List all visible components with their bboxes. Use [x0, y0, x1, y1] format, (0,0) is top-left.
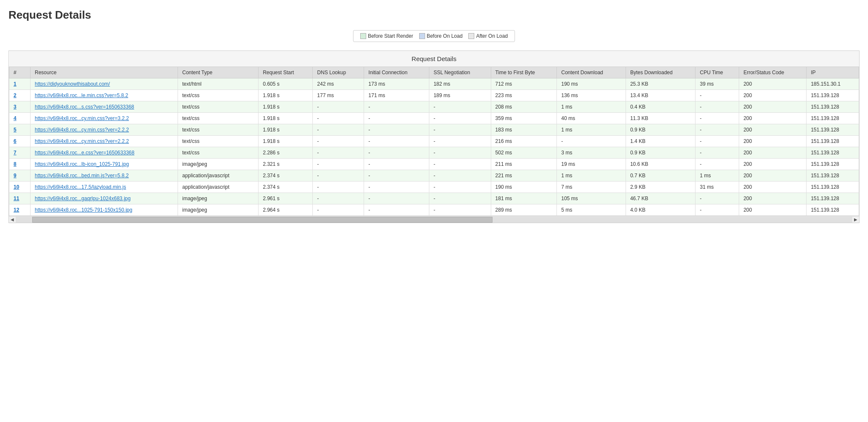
resource-link[interactable]: https://v6i9i4x8.roc...gaqrlpu-1024x683.…: [31, 193, 178, 204]
col-header-cpu-time: CPU Time: [696, 67, 739, 78]
row-num[interactable]: 3: [9, 101, 31, 113]
cell-cpu-time: 39 ms: [696, 78, 739, 90]
cell-cpu-time: 1 ms: [696, 170, 739, 182]
cell-error-status-code: 200: [739, 124, 807, 136]
resource-link[interactable]: https://v6i9i4x8.roc...s.css?ver=1650633…: [31, 101, 178, 113]
cell-bytes-downloaded: 11.3 KB: [626, 113, 695, 124]
table-row: 3https://v6i9i4x8.roc...s.css?ver=165063…: [9, 101, 859, 113]
cell-ip: 185.151.30.1: [807, 78, 859, 90]
cell-cpu-time: -: [696, 136, 739, 147]
cell-ip: 151.139.128: [807, 124, 859, 136]
cell-dns-lookup: -: [313, 147, 364, 159]
resource-link[interactable]: https://v6i9i4x8.roc...cy.min.css?ver=3.…: [31, 113, 178, 124]
cell-initial-connection: -: [364, 147, 429, 159]
cell-content-type: text/css: [178, 124, 258, 136]
table-section-header: Request Details: [9, 51, 859, 67]
row-num[interactable]: 11: [9, 193, 31, 204]
cell-ip: 151.139.128: [807, 147, 859, 159]
cell-request-start: 1.918 s: [259, 136, 313, 147]
cell-ssl-negotiation: 189 ms: [429, 90, 491, 101]
cell-bytes-downloaded: 10.6 KB: [626, 159, 695, 170]
cell-request-start: 2.374 s: [259, 182, 313, 193]
table-row: 9https://v6i9i4x8.roc...bed.min.js?ver=5…: [9, 170, 859, 182]
cell-request-start: 1.918 s: [259, 124, 313, 136]
cell-initial-connection: -: [364, 101, 429, 113]
cell-bytes-downloaded: 0.9 KB: [626, 124, 695, 136]
row-num[interactable]: 4: [9, 113, 31, 124]
cell-error-status-code: 200: [739, 90, 807, 101]
resource-link[interactable]: https://v6i9i4x8.roc...bed.min.js?ver=5.…: [31, 170, 178, 182]
table-row: 7https://v6i9i4x8.roc...e.css?ver=165063…: [9, 147, 859, 159]
scrollbar-thumb[interactable]: [32, 217, 492, 223]
cell-dns-lookup: 177 ms: [313, 90, 364, 101]
row-num[interactable]: 5: [9, 124, 31, 136]
cell-dns-lookup: -: [313, 182, 364, 193]
cell-ssl-negotiation: -: [429, 204, 491, 216]
cell-initial-connection: -: [364, 159, 429, 170]
cell-content-type: image/jpeg: [178, 204, 258, 216]
col-header-content-type: Content Type: [178, 67, 258, 78]
row-num[interactable]: 6: [9, 136, 31, 147]
resource-link[interactable]: https://v6i9i4x8.roc...lb-icon_1025-791.…: [31, 159, 178, 170]
cell-error-status-code: 200: [739, 136, 807, 147]
cell-ip: 151.139.128: [807, 204, 859, 216]
resource-link[interactable]: https://v6i9i4x8.roc...e.css?ver=1650633…: [31, 147, 178, 159]
cell-dns-lookup: -: [313, 159, 364, 170]
col-header-resource: Resource: [31, 67, 178, 78]
col-header-dns-lookup: DNS Lookup: [313, 67, 364, 78]
cell-time-to-first-byte: 289 ms: [491, 204, 557, 216]
resource-link[interactable]: https://v6i9i4x8.roc...cy.min.css?ver=2.…: [31, 136, 178, 147]
cell-content-download: -: [557, 136, 626, 147]
cell-ssl-negotiation: -: [429, 193, 491, 204]
cell-content-type: text/css: [178, 90, 258, 101]
cell-time-to-first-byte: 712 ms: [491, 78, 557, 90]
cell-ssl-negotiation: -: [429, 170, 491, 182]
cell-initial-connection: -: [364, 113, 429, 124]
cell-content-download: 19 ms: [557, 159, 626, 170]
cell-dns-lookup: -: [313, 101, 364, 113]
cell-ssl-negotiation: -: [429, 124, 491, 136]
resource-link[interactable]: https://v6i9i4x8.roc...17.5/lazyload.min…: [31, 182, 178, 193]
cell-ip: 151.139.128: [807, 170, 859, 182]
row-num[interactable]: 8: [9, 159, 31, 170]
row-num[interactable]: 7: [9, 147, 31, 159]
cell-cpu-time: -: [696, 101, 739, 113]
cell-content-type: application/javascript: [178, 170, 258, 182]
resource-link[interactable]: https://v6i9i4x8.roc...cy.min.css?ver=2.…: [31, 124, 178, 136]
resource-link[interactable]: https://v6i9i4x8.roc...le.min.css?ver=5.…: [31, 90, 178, 101]
cell-ssl-negotiation: -: [429, 159, 491, 170]
row-num[interactable]: 2: [9, 90, 31, 101]
horizontal-scrollbar[interactable]: ◀ ▶: [9, 216, 859, 223]
cell-ip: 151.139.128: [807, 136, 859, 147]
cell-content-download: 1 ms: [557, 101, 626, 113]
cell-cpu-time: -: [696, 147, 739, 159]
cell-bytes-downloaded: 2.9 KB: [626, 182, 695, 193]
row-num[interactable]: 12: [9, 204, 31, 216]
scrollbar-track[interactable]: [16, 217, 852, 223]
table-row: 2https://v6i9i4x8.roc...le.min.css?ver=5…: [9, 90, 859, 101]
resource-link[interactable]: https://v6i9i4x8.roc...1025-791-150x150.…: [31, 204, 178, 216]
cell-request-start: 0.605 s: [259, 78, 313, 90]
cell-cpu-time: 31 ms: [696, 182, 739, 193]
row-num[interactable]: 10: [9, 182, 31, 193]
cell-bytes-downloaded: 13.4 KB: [626, 90, 695, 101]
cell-cpu-time: -: [696, 159, 739, 170]
cell-error-status-code: 200: [739, 147, 807, 159]
row-num[interactable]: 9: [9, 170, 31, 182]
cell-ip: 151.139.128: [807, 90, 859, 101]
scroll-left-arrow[interactable]: ◀: [9, 217, 16, 222]
col-header-initial-connection: Initial Connection: [364, 67, 429, 78]
cell-initial-connection: -: [364, 182, 429, 193]
col-header-content-download: Content Download: [557, 67, 626, 78]
cell-dns-lookup: -: [313, 170, 364, 182]
scroll-right-arrow[interactable]: ▶: [852, 217, 859, 222]
cell-bytes-downloaded: 0.7 KB: [626, 170, 695, 182]
cell-request-start: 1.918 s: [259, 90, 313, 101]
resource-link[interactable]: https://didyouknowthisabout.com/: [31, 78, 178, 90]
cell-time-to-first-byte: 221 ms: [491, 170, 557, 182]
cell-request-start: 1.918 s: [259, 113, 313, 124]
cell-bytes-downloaded: 46.7 KB: [626, 193, 695, 204]
cell-request-start: 2.964 s: [259, 204, 313, 216]
cell-content-download: 7 ms: [557, 182, 626, 193]
row-num[interactable]: 1: [9, 78, 31, 90]
